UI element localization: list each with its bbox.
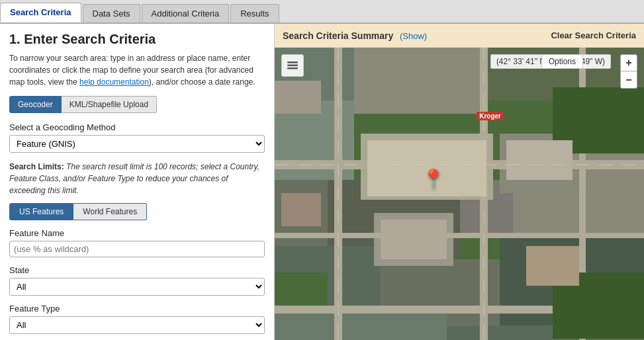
feature-name-label: Feature Name (9, 228, 265, 238)
map-background (275, 48, 644, 340)
world-features-button[interactable]: World Features (73, 203, 147, 220)
tab-results[interactable]: Results (230, 4, 279, 22)
svg-rect-25 (275, 273, 328, 306)
zoom-in-button[interactable]: + (620, 54, 637, 71)
map-header-left: Search Criteria Summary (Show) (283, 30, 427, 41)
svg-rect-27 (506, 140, 573, 180)
svg-rect-29 (275, 81, 321, 114)
svg-rect-35 (287, 62, 298, 64)
map-header-show-link[interactable]: (Show) (400, 31, 427, 41)
panel-title: 1. Enter Search Criteria (9, 32, 265, 47)
map-zoom-controls: + − (620, 54, 637, 89)
tab-additional-criteria[interactable]: Additional Criteria (142, 4, 230, 22)
svg-rect-19 (275, 233, 644, 238)
svg-rect-16 (513, 193, 644, 233)
svg-rect-3 (354, 48, 486, 114)
subtab-kml-shapefile[interactable]: KML/Shapefile Upload (62, 96, 157, 113)
search-limits-text: Search Limits: The search result limit i… (9, 161, 265, 196)
tab-bar: Search Criteria Data Sets Additional Cri… (0, 0, 644, 24)
state-select[interactable]: All (9, 278, 265, 296)
feature-type-select[interactable]: All (9, 316, 265, 334)
search-limits-bold: Search Limits: (9, 162, 64, 171)
feature-toggle: US Features World Features (9, 203, 265, 220)
tab-search-criteria[interactable]: Search Criteria (0, 3, 81, 22)
help-documentation-link[interactable]: help documentation (79, 77, 149, 87)
panel-description: To narrow your search area: type in an a… (9, 52, 265, 88)
map-layers-button[interactable] (281, 54, 304, 77)
kroger-map-label: Kroger (477, 112, 504, 120)
us-features-button[interactable]: US Features (9, 203, 73, 220)
map-header: Search Criteria Summary (Show) Clear Sea… (275, 24, 644, 48)
geocoding-method-select[interactable]: Feature (GNIS) (9, 135, 265, 153)
svg-rect-36 (287, 65, 298, 67)
tab-data-sets[interactable]: Data Sets (83, 4, 140, 22)
svg-rect-11 (275, 312, 447, 340)
map-header-title: Search Criteria Summary (283, 30, 393, 41)
svg-rect-31 (526, 246, 579, 286)
subtab-geocoder[interactable]: Geocoder (9, 96, 62, 113)
svg-rect-30 (281, 193, 321, 226)
map-options-button[interactable]: Options (541, 54, 583, 69)
map-header-clear-button[interactable]: Clear Search Criteria (551, 30, 636, 40)
geocoding-method-label: Select a Geocoding Method (9, 122, 265, 132)
svg-rect-37 (287, 67, 298, 69)
left-panel: 1. Enter Search Criteria To narrow your … (0, 24, 275, 340)
zoom-out-button[interactable]: − (620, 71, 637, 89)
svg-rect-28 (381, 220, 447, 259)
feature-type-label: Feature Type (9, 304, 265, 314)
map-container[interactable]: (42° 33' 41" N, 083° 06' 49" W) Options … (275, 48, 644, 340)
main-content: 1. Enter Search Criteria To narrow your … (0, 24, 644, 340)
geocoder-subtab-bar: Geocoder KML/Shapefile Upload (9, 96, 265, 113)
feature-name-input[interactable] (9, 241, 265, 257)
map-pin: 📍 (422, 168, 445, 190)
state-label: State (9, 265, 265, 275)
description-text2: ), and/or choose a date range. (149, 77, 255, 87)
map-panel: Search Criteria Summary (Show) Clear Sea… (275, 24, 644, 340)
